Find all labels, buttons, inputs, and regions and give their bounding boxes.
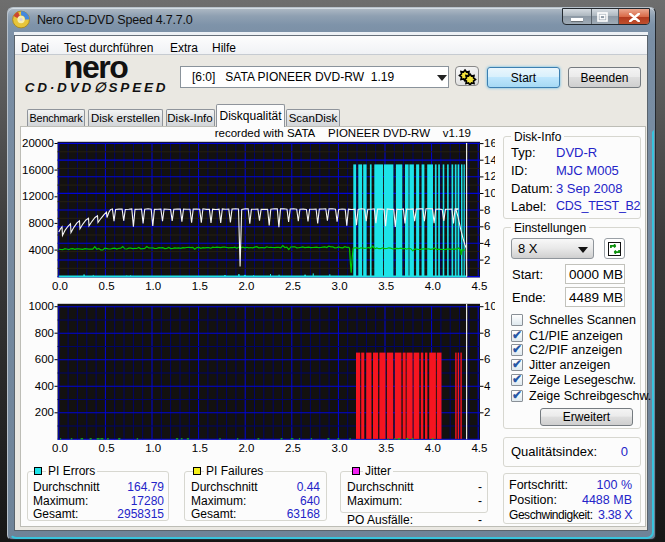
svg-text:2.0: 2.0 bbox=[238, 280, 254, 292]
svg-text:1.5: 1.5 bbox=[192, 442, 208, 454]
svg-text:3.5: 3.5 bbox=[378, 280, 394, 292]
svg-text:1000: 1000 bbox=[28, 300, 54, 312]
svg-text:400: 400 bbox=[35, 380, 54, 392]
svg-text:4.5: 4.5 bbox=[471, 280, 487, 292]
svg-text:4.5: 4.5 bbox=[471, 442, 487, 454]
svg-text:2.5: 2.5 bbox=[285, 280, 301, 292]
svg-text:14: 14 bbox=[484, 154, 495, 166]
svg-text:800: 800 bbox=[35, 327, 54, 339]
svg-text:2: 2 bbox=[484, 406, 490, 418]
svg-text:3.0: 3.0 bbox=[332, 280, 348, 292]
svg-text:8: 8 bbox=[484, 204, 490, 216]
svg-text:6: 6 bbox=[484, 220, 490, 232]
svg-text:1.0: 1.0 bbox=[145, 280, 161, 292]
svg-text:4000: 4000 bbox=[28, 244, 54, 256]
svg-text:0.0: 0.0 bbox=[52, 442, 68, 454]
svg-text:3.5: 3.5 bbox=[378, 442, 394, 454]
svg-text:0.5: 0.5 bbox=[99, 442, 115, 454]
svg-text:12000: 12000 bbox=[22, 190, 54, 202]
svg-text:20000: 20000 bbox=[22, 137, 54, 149]
svg-text:10: 10 bbox=[484, 300, 495, 312]
svg-text:recorded with SATA PIONEER: recorded with SATA PIONEER DVD-RW v1.19 bbox=[215, 127, 471, 139]
svg-text:600: 600 bbox=[35, 353, 54, 365]
svg-text:6: 6 bbox=[484, 353, 490, 365]
svg-text:2: 2 bbox=[484, 254, 490, 266]
svg-text:1.5: 1.5 bbox=[192, 280, 208, 292]
svg-text:12: 12 bbox=[484, 170, 495, 182]
svg-text:200: 200 bbox=[35, 406, 54, 418]
svg-text:8000: 8000 bbox=[28, 217, 54, 229]
svg-text:1.0: 1.0 bbox=[145, 442, 161, 454]
svg-text:4.0: 4.0 bbox=[425, 280, 441, 292]
svg-text:4: 4 bbox=[484, 237, 491, 249]
svg-text:10: 10 bbox=[484, 187, 495, 199]
svg-text:16: 16 bbox=[484, 137, 495, 149]
svg-text:2.0: 2.0 bbox=[238, 442, 254, 454]
svg-text:4.0: 4.0 bbox=[425, 442, 441, 454]
svg-text:8: 8 bbox=[484, 327, 490, 339]
svg-text:2.5: 2.5 bbox=[285, 442, 301, 454]
svg-text:16000: 16000 bbox=[22, 164, 54, 176]
svg-text:0.5: 0.5 bbox=[99, 280, 115, 292]
svg-text:0.0: 0.0 bbox=[52, 280, 68, 292]
svg-text:4: 4 bbox=[484, 380, 491, 392]
svg-text:3.0: 3.0 bbox=[332, 442, 348, 454]
